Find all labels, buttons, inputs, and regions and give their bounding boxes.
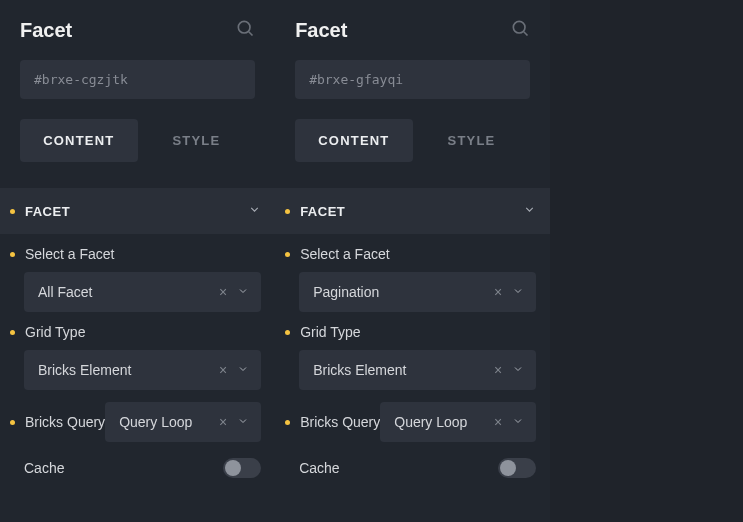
field-cache: Cache — [10, 454, 261, 478]
select-value: All Facet — [38, 284, 219, 300]
settings-panel: Facet CONTENT STYLE FACET Select a Facet… — [0, 0, 275, 522]
select-a-facet-dropdown[interactable]: All Facet × — [24, 272, 261, 312]
cache-toggle[interactable] — [223, 458, 261, 478]
tab-style[interactable]: STYLE — [413, 119, 531, 162]
search-icon[interactable] — [235, 18, 255, 42]
field-label: Grid Type — [300, 324, 360, 340]
clear-icon[interactable]: × — [494, 362, 502, 378]
section-title: FACET — [300, 204, 523, 219]
css-selector-wrap — [0, 54, 275, 113]
field-label: Bricks Query — [25, 414, 105, 430]
chevron-down-icon — [512, 361, 524, 379]
field-bricks-query: Bricks Query Query Loop × — [285, 402, 536, 442]
bricks-query-dropdown[interactable]: Query Loop × — [105, 402, 261, 442]
svg-point-2 — [514, 21, 526, 33]
select-value: Query Loop — [119, 414, 219, 430]
chevron-down-icon — [512, 413, 524, 431]
grid-type-dropdown[interactable]: Bricks Element × — [24, 350, 261, 390]
clear-icon[interactable]: × — [494, 414, 502, 430]
chevron-down-icon — [237, 413, 249, 431]
clear-icon[interactable]: × — [219, 414, 227, 430]
field-label: Select a Facet — [300, 246, 390, 262]
clear-icon[interactable]: × — [494, 284, 502, 300]
field-label: Cache — [299, 460, 498, 476]
select-value: Bricks Element — [313, 362, 494, 378]
field-label: Bricks Query — [300, 414, 380, 430]
field-select-facet: Select a Facet All Facet × — [10, 246, 261, 312]
bricks-query-dropdown[interactable]: Query Loop × — [380, 402, 536, 442]
svg-point-0 — [238, 21, 250, 33]
section-title: FACET — [25, 204, 248, 219]
panel-header: Facet — [0, 0, 275, 54]
section-header-facet[interactable]: FACET — [275, 188, 550, 234]
fields-container: Select a Facet All Facet × Grid Type Bri… — [0, 234, 275, 478]
css-selector-input[interactable] — [20, 60, 255, 99]
page-title: Facet — [295, 19, 347, 42]
cache-toggle[interactable] — [498, 458, 536, 478]
fields-container: Select a Facet Pagination × Grid Type Br… — [275, 234, 550, 478]
page-title: Facet — [20, 19, 72, 42]
toggle-knob — [225, 460, 241, 476]
select-a-facet-dropdown[interactable]: Pagination × — [299, 272, 536, 312]
settings-panel: Facet CONTENT STYLE FACET Select a Facet… — [275, 0, 550, 522]
grid-type-dropdown[interactable]: Bricks Element × — [299, 350, 536, 390]
bullet-icon — [10, 330, 15, 335]
tab-content[interactable]: CONTENT — [295, 119, 413, 162]
bullet-icon — [10, 209, 15, 214]
field-grid-type: Grid Type Bricks Element × — [285, 324, 536, 390]
tabs: CONTENT STYLE — [0, 113, 275, 178]
chevron-down-icon — [512, 283, 524, 301]
select-value: Bricks Element — [38, 362, 219, 378]
tab-style[interactable]: STYLE — [138, 119, 256, 162]
bullet-icon — [285, 209, 290, 214]
panel-header: Facet — [275, 0, 550, 54]
clear-icon[interactable]: × — [219, 362, 227, 378]
svg-line-3 — [524, 32, 528, 36]
field-grid-type: Grid Type Bricks Element × — [10, 324, 261, 390]
field-label: Cache — [24, 460, 223, 476]
field-select-facet: Select a Facet Pagination × — [285, 246, 536, 312]
bullet-icon — [10, 252, 15, 257]
field-label: Grid Type — [25, 324, 85, 340]
svg-line-1 — [249, 32, 253, 36]
select-value: Query Loop — [394, 414, 494, 430]
chevron-down-icon — [523, 202, 536, 220]
bullet-icon — [285, 252, 290, 257]
tab-content[interactable]: CONTENT — [20, 119, 138, 162]
select-value: Pagination — [313, 284, 494, 300]
field-bricks-query: Bricks Query Query Loop × — [10, 402, 261, 442]
search-icon[interactable] — [510, 18, 530, 42]
bullet-icon — [10, 420, 15, 425]
css-selector-wrap — [275, 54, 550, 113]
bullet-icon — [285, 330, 290, 335]
chevron-down-icon — [248, 202, 261, 220]
toggle-knob — [500, 460, 516, 476]
section-header-facet[interactable]: FACET — [0, 188, 275, 234]
css-selector-input[interactable] — [295, 60, 530, 99]
chevron-down-icon — [237, 283, 249, 301]
clear-icon[interactable]: × — [219, 284, 227, 300]
field-label: Select a Facet — [25, 246, 115, 262]
chevron-down-icon — [237, 361, 249, 379]
bullet-icon — [285, 420, 290, 425]
field-cache: Cache — [285, 454, 536, 478]
tabs: CONTENT STYLE — [275, 113, 550, 178]
